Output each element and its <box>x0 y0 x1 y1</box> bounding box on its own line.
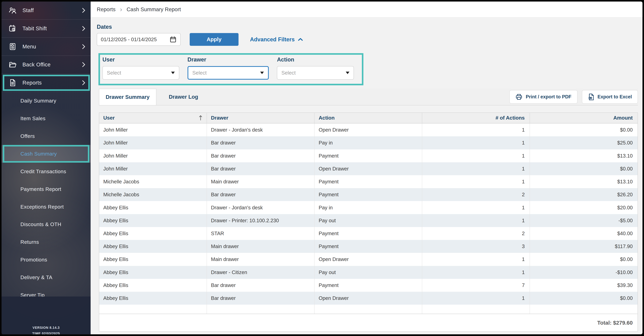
table-row: Abbey Ellis Main drawer Payment 3 $117.9… <box>99 240 638 253</box>
sidebar-item-back-office[interactable]: Back Office <box>2 56 90 74</box>
cell-action: Payment <box>314 149 422 162</box>
calendar-icon[interactable] <box>170 36 176 43</box>
sidebar-subitem-label: Daily Summary <box>20 98 56 104</box>
calendar-shift-icon <box>8 24 17 33</box>
sidebar-item-staff[interactable]: Staff <box>2 2 90 20</box>
sidebar-item-offers[interactable]: Offers <box>2 127 90 145</box>
sidebar-item-daily-summary[interactable]: Daily Summary <box>2 92 90 110</box>
user-select-value: Select <box>107 70 121 76</box>
column-header-actions-count[interactable]: # of Actions <box>422 113 530 123</box>
page-title: Cash Summary Report <box>126 7 181 13</box>
user-select[interactable]: Select <box>102 66 179 80</box>
cell-actions-count: 3 <box>422 240 530 253</box>
cell-user: John Miller <box>99 162 207 175</box>
dropdown-arrow-icon <box>260 72 264 74</box>
apply-button[interactable]: Apply <box>190 33 238 46</box>
table-row: John Miller Bar drawer Pay in 1 $25.00 <box>99 136 638 149</box>
sidebar-reports-submenu: Daily Summary Item Sales Offers Cash Sum… <box>2 92 90 304</box>
sidebar-item-label: Back Office <box>22 62 50 68</box>
sidebar-item-credit-transactions[interactable]: Credit Transactions <box>2 163 90 180</box>
sidebar-subitem-label: Promotions <box>20 257 47 263</box>
sidebar-item-cash-summary[interactable]: Cash Summary <box>2 145 90 163</box>
sidebar-item-payments-report[interactable]: Payments Report <box>2 180 90 198</box>
date-range-input[interactable] <box>101 37 170 43</box>
chevron-right-icon <box>82 62 85 67</box>
cell-actions-count: 2 <box>422 227 530 240</box>
column-header-drawer[interactable]: Drawer <box>207 113 314 123</box>
sidebar-item-label: Reports <box>22 80 42 86</box>
user-filter-label: User <box>102 56 179 63</box>
advanced-filters-label: Advanced Filters <box>250 36 295 43</box>
advanced-filters-annotation: User Select Drawer Select Action <box>98 53 364 85</box>
date-range-field[interactable] <box>97 33 180 46</box>
sidebar-item-returns[interactable]: Returns <box>2 233 90 251</box>
sidebar-item-exceptions-report[interactable]: Exceptions Report <box>2 198 90 216</box>
sidebar-subitem-label: Returns <box>20 239 39 245</box>
sidebar-item-tabit-shift[interactable]: Tabit Shift <box>2 20 90 38</box>
column-label: Action <box>319 115 335 121</box>
excel-file-icon: XLS <box>588 94 594 100</box>
sidebar-item-item-sales[interactable]: Item Sales <box>2 110 90 127</box>
cell-user: Abbey Ellis <box>99 292 207 305</box>
cell-action: Payment <box>314 227 422 240</box>
time-text: TIME 02/03/2025 <box>2 332 90 334</box>
sidebar-item-reports[interactable]: Reports <box>2 74 90 92</box>
cell-drawer: Main drawer <box>207 253 314 266</box>
cell-action: Open Drawer <box>314 162 422 175</box>
drawer-summary-table: User Drawer Action # of Actions Amount J… <box>99 113 638 332</box>
sidebar-item-label: Menu <box>22 44 36 50</box>
table-row: Michelle Jacobs Main drawer Payment 1 $1… <box>99 175 638 188</box>
breadcrumb-separator-icon: › <box>120 6 122 13</box>
drawer-select[interactable]: Select <box>188 66 269 80</box>
empty-row <box>99 305 638 314</box>
breadcrumb-reports-link[interactable]: Reports <box>97 7 116 13</box>
sidebar-subitem-label: Credit Transactions <box>20 169 66 174</box>
cell-action: Pay in <box>314 136 422 149</box>
sidebar-item-promotions[interactable]: Promotions <box>2 251 90 269</box>
table-row: Abbey Ellis Bar drawer Open Drawer 1 $0.… <box>99 292 638 305</box>
cell-user: John Miller <box>99 149 207 162</box>
tabs-toolbar: Drawer Summary Drawer Log Print / export… <box>99 89 638 106</box>
advanced-filters-toggle[interactable]: Advanced Filters <box>250 36 303 43</box>
cell-actions-count: 1 <box>422 162 530 175</box>
cell-drawer: Drawer - Citizen <box>207 266 314 279</box>
cell-amount: $40.00 <box>530 227 638 240</box>
column-header-user[interactable]: User <box>99 113 207 123</box>
breadcrumb: Reports › Cash Summary Report <box>90 2 642 18</box>
sidebar-item-menu[interactable]: Menu <box>2 38 90 56</box>
table-row: Abbey Ellis STAR Payment 2 $40.00 <box>99 227 638 240</box>
cell-action: Open Drawer <box>314 123 422 136</box>
menu-board-icon <box>8 42 17 51</box>
cell-action: Payment <box>314 175 422 188</box>
column-header-action[interactable]: Action <box>314 113 422 123</box>
sidebar-subitem-label: Payments Report <box>20 186 61 192</box>
cell-user: Abbey Ellis <box>99 266 207 279</box>
cell-drawer: Bar drawer <box>207 292 314 305</box>
cell-action: Pay in <box>314 201 422 214</box>
dropdown-arrow-icon <box>346 72 350 74</box>
table-row: John Miller Bar drawer Open Drawer 1 $0.… <box>99 162 638 175</box>
dropdown-arrow-icon <box>171 72 175 74</box>
tab-drawer-log[interactable]: Drawer Log <box>156 89 210 105</box>
cell-user: Michelle Jacobs <box>99 175 207 188</box>
cell-amount: -$10.00 <box>530 266 638 279</box>
print-export-pdf-button[interactable]: Print / export to PDF <box>510 90 578 104</box>
cell-user: John Miller <box>99 123 207 136</box>
cell-actions-count: 1 <box>422 123 530 136</box>
chevron-right-icon <box>82 80 85 86</box>
cell-action: Open Drawer <box>314 253 422 266</box>
sidebar-item-discounts-oth[interactable]: Discounts & OTH <box>2 216 90 233</box>
version-text: VERSION 8.14.3 <box>2 326 90 330</box>
cell-amount: $0.00 <box>530 292 638 305</box>
cell-actions-count: 2 <box>422 188 530 201</box>
cell-amount: $25.00 <box>530 136 638 149</box>
table-row: Michelle Jacobs Bar drawer Payment 2 $26… <box>99 188 638 201</box>
cell-action: Payment <box>314 188 422 201</box>
cell-user: John Miller <box>99 136 207 149</box>
export-excel-button[interactable]: XLS Export to Excel <box>582 90 638 104</box>
column-header-amount[interactable]: Amount <box>530 113 638 123</box>
cell-amount: $0.00 <box>530 123 638 136</box>
sidebar-item-delivery-ta[interactable]: Delivery & TA <box>2 269 90 286</box>
action-select[interactable]: Select <box>277 66 354 80</box>
tab-drawer-summary[interactable]: Drawer Summary <box>99 89 156 105</box>
